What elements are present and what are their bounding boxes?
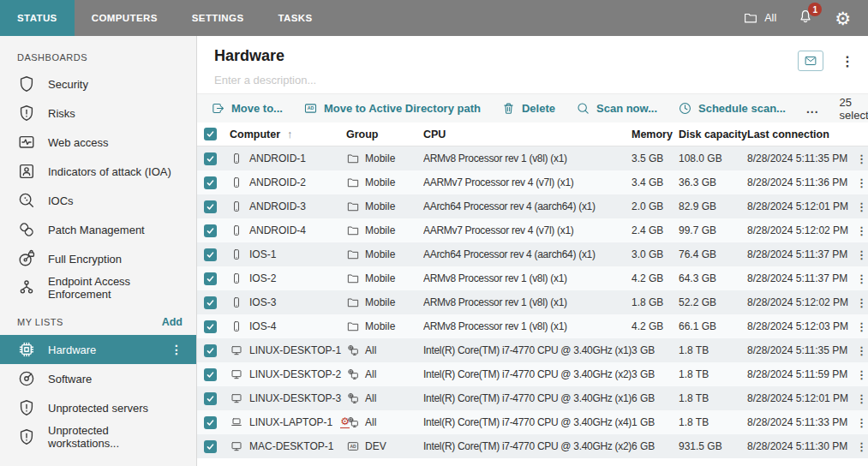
row-checkbox[interactable] <box>204 248 217 261</box>
table-row[interactable]: ANDROID-4MobileAARMv7 Processor rev 4 (v… <box>197 218 868 242</box>
computer-name[interactable]: IOS-1 <box>249 248 276 260</box>
sidebar-item-risks[interactable]: Risks <box>0 99 196 128</box>
column-header-computer[interactable]: Computer↑ <box>230 128 346 140</box>
tab-computers[interactable]: COMPUTERS <box>75 0 175 36</box>
row-checkbox[interactable] <box>204 440 217 453</box>
sidebar-item-unprotected-servers[interactable]: Unprotected servers <box>0 393 196 422</box>
row-menu-button[interactable]: ⋮ <box>856 296 867 309</box>
table-row[interactable]: ANDROID-1MobileARMv8 Processor rev 1 (v8… <box>197 146 868 170</box>
table-row[interactable]: IOS-2MobileARMv8 Processor rev 1 (v8l) (… <box>197 266 868 290</box>
table-row[interactable]: LINUX-DESKTOP-3AllIntel(R) Core(TM) i7-4… <box>197 386 868 410</box>
computer-name[interactable]: ANDROID-4 <box>249 224 306 236</box>
column-header-last-connection[interactable]: Last connection <box>747 128 856 140</box>
computer-name[interactable]: LINUX-DESKTOP-1 <box>249 344 341 356</box>
row-menu-button[interactable]: ⋮ <box>856 176 867 189</box>
sidebar-item-full-encryption[interactable]: Full Encryption <box>0 244 196 273</box>
row-menu-button[interactable]: ⋮ <box>856 224 867 237</box>
memory-value: 4.2 GB <box>632 320 679 332</box>
tab-status[interactable]: STATUS <box>0 0 75 36</box>
row-menu-button[interactable]: ⋮ <box>856 416 867 429</box>
monitor-icon <box>230 367 243 381</box>
row-checkbox[interactable] <box>204 416 217 429</box>
sidebar-item-software[interactable]: Software <box>0 364 196 393</box>
table-row[interactable]: ANDROID-3MobileAArch64 Processor rev 4 (… <box>197 194 868 218</box>
move-to-active-directory-path-button[interactable]: ADMove to Active Directory path <box>303 101 481 116</box>
row-menu-button[interactable]: ⋮ <box>856 344 867 357</box>
move-to-button[interactable]: Move to... <box>211 101 283 116</box>
table-row[interactable]: LINUX-DESKTOP-1AllIntel(R) Core(TM) i7-4… <box>197 338 868 362</box>
row-menu-button[interactable]: ⋮ <box>856 248 867 261</box>
row-checkbox[interactable] <box>204 224 217 237</box>
row-checkbox[interactable] <box>204 176 217 189</box>
tab-tasks[interactable]: TASKS <box>261 0 330 36</box>
row-checkbox[interactable] <box>204 344 217 357</box>
sidebar-item-patch-management[interactable]: Patch Management <box>0 215 196 244</box>
column-header-memory[interactable]: Memory <box>632 128 679 140</box>
table-row[interactable]: LINUX-LAPTOP-1⚙AllIntel(R) Core(TM) i7-4… <box>197 410 868 434</box>
row-menu-button[interactable]: ⋮ <box>856 200 867 213</box>
delete-button[interactable]: Delete <box>501 101 555 116</box>
table-row[interactable]: LINUX-DESKTOP-2AllIntel(R) Core(TM) i7-4… <box>197 362 868 386</box>
row-checkbox[interactable] <box>204 200 217 213</box>
table-row[interactable]: MAC-DESKTOP-1ADDEVIntel(R) Core(TM) i7-4… <box>197 434 868 458</box>
row-checkbox[interactable] <box>204 296 217 309</box>
row-checkbox[interactable] <box>204 368 217 381</box>
table-row[interactable]: IOS-1MobileAArch64 Processor rev 4 (aarc… <box>197 242 868 266</box>
sidebar-item-security[interactable]: Security <box>0 69 196 99</box>
sidebar-item-unprotected-workstations[interactable]: Unprotected workstations... <box>0 422 196 451</box>
sidebar-item-web-access[interactable]: Web access <box>0 128 196 157</box>
row-menu-button[interactable]: ⋮ <box>856 152 867 165</box>
table-row[interactable]: IOS-4MobileARMv8 Processor rev 1 (v8l) (… <box>197 314 868 338</box>
sidebar-item-indicators-of-attack-ioa[interactable]: Indicators of attack (IOA) <box>0 157 196 186</box>
group-name: Mobile <box>365 296 395 308</box>
row-checkbox[interactable] <box>204 320 217 333</box>
sidebar-item-iocs[interactable]: IOCs <box>0 186 196 215</box>
computer-name[interactable]: LINUX-DESKTOP-2 <box>249 368 341 380</box>
tab-settings[interactable]: SETTINGS <box>175 0 261 36</box>
scan-now-button[interactable]: Scan now... <box>576 101 657 116</box>
computer-name[interactable]: IOS-4 <box>249 320 276 332</box>
computer-name[interactable]: ANDROID-2 <box>249 176 306 188</box>
computer-name[interactable]: ANDROID-1 <box>249 152 306 164</box>
computer-name[interactable]: IOS-2 <box>249 272 276 284</box>
group-name: All <box>365 344 376 356</box>
table-row[interactable]: IOS-3MobileARMv8 Processor rev 1 (v8l) (… <box>197 290 868 314</box>
column-header-disk-capacity[interactable]: Disk capacity <box>679 128 747 140</box>
column-header-group[interactable]: Group <box>346 128 423 140</box>
select-all-checkbox[interactable] <box>204 128 217 140</box>
group-filter-button[interactable]: All <box>743 10 776 26</box>
row-menu-button[interactable]: ⋮ <box>856 392 867 405</box>
page-menu-button[interactable]: ⋮ <box>841 53 851 69</box>
email-report-button[interactable] <box>798 51 823 71</box>
selection-toolbar: Move to...ADMove to Active Directory pat… <box>197 93 868 122</box>
notifications-button[interactable]: 1 <box>797 8 814 28</box>
sidebar-item-endpoint-access-enforcement[interactable]: Endpoint Access Enforcement <box>0 273 196 302</box>
row-menu-button[interactable]: ⋮ <box>856 440 867 453</box>
computer-name[interactable]: IOS-3 <box>249 296 276 308</box>
phone-icon <box>230 152 243 165</box>
computer-name[interactable]: LINUX-LAPTOP-1 <box>249 416 332 428</box>
more-actions-button[interactable]: ... <box>806 102 819 116</box>
settings-gear-button[interactable]: ⚙ <box>835 9 851 27</box>
description-input[interactable] <box>214 65 574 93</box>
sidebar-item-hardware[interactable]: Hardware⋮ <box>0 335 196 364</box>
schedule-scan-button[interactable]: Schedule scan... <box>678 101 786 116</box>
memory-value: 3.4 GB <box>632 176 679 188</box>
row-menu-button[interactable]: ⋮ <box>856 320 867 333</box>
row-checkbox[interactable] <box>204 392 217 405</box>
list-item-menu-button[interactable]: ⋮ <box>171 343 183 356</box>
row-menu-button[interactable]: ⋮ <box>856 368 867 381</box>
sidebar-item-label: Hardware <box>48 344 96 356</box>
table-row[interactable]: ANDROID-2MobileAARMv7 Processor rev 4 (v… <box>197 170 868 194</box>
row-menu-button[interactable]: ⋮ <box>856 272 867 285</box>
computer-name[interactable]: LINUX-DESKTOP-3 <box>249 392 341 404</box>
add-list-link[interactable]: Add <box>162 316 183 328</box>
computer-name[interactable]: MAC-DESKTOP-1 <box>249 440 333 452</box>
column-header-cpu[interactable]: CPU <box>423 128 632 140</box>
monitor-icon <box>230 439 243 453</box>
computer-name[interactable]: ANDROID-3 <box>249 200 306 212</box>
disk-capacity-value: 76.4 GB <box>679 248 747 260</box>
row-checkbox[interactable] <box>204 152 217 165</box>
disk-capacity-value: 1.8 TB <box>679 392 747 404</box>
row-checkbox[interactable] <box>204 272 217 285</box>
